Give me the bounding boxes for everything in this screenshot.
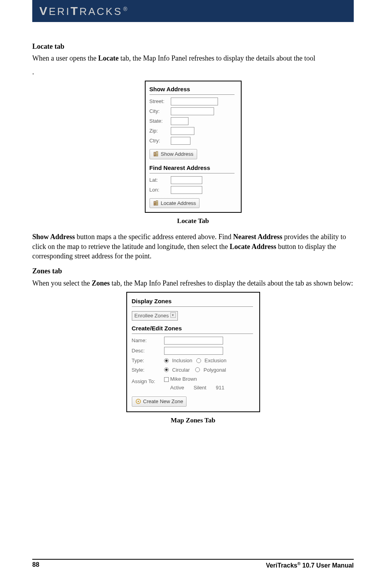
polygonal-label: Polygonal	[203, 367, 226, 374]
dot-line: .	[32, 67, 354, 77]
building-icon	[153, 200, 159, 206]
lon-label: Lon:	[150, 186, 171, 194]
street-input[interactable]	[171, 98, 218, 105]
find-nearest-title: Find Nearest Address	[150, 164, 235, 173]
exclusion-label: Exclusion	[205, 357, 227, 364]
svg-point-17	[137, 401, 139, 402]
svg-rect-5	[155, 154, 155, 155]
lat-label: Lat:	[150, 177, 171, 184]
svg-rect-2	[154, 153, 154, 153]
svg-rect-3	[155, 153, 155, 153]
state-input[interactable]	[171, 117, 188, 125]
svg-rect-6	[156, 152, 157, 153]
svg-rect-9	[157, 153, 157, 154]
zones-select-value: Enrollee Zones	[135, 312, 169, 319]
create-zone-button-label: Create New Zone	[143, 398, 183, 405]
show-address-paragraph: Show Address button maps a the specific …	[32, 232, 354, 261]
page-number: 88	[32, 561, 39, 569]
circular-label: Circular	[172, 367, 190, 374]
zone-name-label: Name:	[132, 337, 164, 344]
chevron-down-icon: ▾	[170, 312, 176, 318]
svg-rect-12	[154, 202, 154, 203]
lon-input[interactable]	[171, 186, 202, 194]
footer-product: VeriTracks® 10.7 User Manual	[266, 561, 354, 569]
col-active: Active	[170, 384, 184, 391]
svg-rect-4	[154, 154, 154, 155]
building-icon	[153, 151, 159, 157]
zone-type-label: Type:	[132, 357, 164, 364]
zones-caption: Map Zones Tab	[32, 416, 354, 425]
show-address-button[interactable]: Show Address	[150, 149, 197, 159]
zone-name-input[interactable]	[164, 337, 223, 345]
show-address-title: Show Address	[150, 85, 235, 95]
svg-rect-1	[156, 151, 158, 156]
zip-label: Zip:	[150, 127, 171, 135]
city-input[interactable]	[171, 107, 214, 115]
radio-inclusion[interactable]	[164, 358, 169, 363]
locate-paragraph: When a user opens the Locate tab, the Ma…	[32, 53, 354, 63]
svg-rect-13	[155, 202, 155, 203]
zones-select[interactable]: Enrollee Zones ▾	[132, 311, 178, 321]
radio-circular[interactable]	[164, 367, 169, 372]
ctry-input[interactable]	[171, 137, 190, 145]
locate-caption: Locate Tab	[32, 217, 354, 226]
show-address-button-label: Show Address	[161, 151, 194, 158]
brand-logo: VERITRACKS®	[39, 4, 129, 18]
page-footer: 88 VeriTracks® 10.7 User Manual	[32, 559, 354, 569]
display-zones-title: Display Zones	[132, 297, 253, 307]
svg-rect-8	[156, 153, 157, 154]
zone-desc-input[interactable]	[164, 347, 223, 355]
brand-header: VERITRACKS®	[32, 0, 354, 22]
svg-rect-10	[153, 201, 155, 205]
radio-polygonal[interactable]	[195, 367, 200, 372]
assign-name: Mike Brown	[170, 376, 197, 382]
locate-heading: Locate tab	[32, 42, 354, 51]
create-edit-title: Create/Edit Zones	[132, 324, 253, 334]
street-label: Street:	[150, 98, 171, 105]
svg-rect-15	[157, 201, 157, 202]
col-911: 911	[216, 384, 224, 391]
locate-address-button[interactable]: Locate Address	[150, 198, 200, 208]
svg-rect-11	[156, 201, 158, 205]
create-zone-button[interactable]: Create New Zone	[132, 396, 187, 407]
inclusion-label: Inclusion	[172, 357, 192, 364]
zone-style-label: Style:	[132, 367, 164, 374]
city-label: City:	[150, 108, 171, 115]
locate-panel: Show Address Street: City: State: Zip: C…	[145, 81, 242, 213]
zip-input[interactable]	[171, 127, 194, 135]
assign-to-label: Assign To:	[132, 376, 164, 385]
assign-checkbox[interactable]	[164, 377, 169, 382]
svg-rect-14	[156, 201, 157, 202]
col-silent: Silent	[194, 384, 207, 391]
svg-rect-0	[153, 152, 155, 156]
lat-input[interactable]	[171, 176, 202, 184]
zone-desc-label: Desc:	[132, 347, 164, 354]
radio-exclusion[interactable]	[196, 358, 201, 363]
zone-icon	[135, 398, 141, 404]
svg-rect-7	[157, 152, 157, 153]
zones-heading: Zones tab	[32, 266, 354, 276]
ctry-label: Ctry:	[150, 137, 171, 144]
state-label: State:	[150, 118, 171, 125]
zones-paragraph: When you select the Zones tab, the Map I…	[32, 278, 354, 288]
locate-address-button-label: Locate Address	[161, 200, 196, 207]
zones-panel: Display Zones Enrollee Zones ▾ Create/Ed…	[126, 292, 260, 412]
